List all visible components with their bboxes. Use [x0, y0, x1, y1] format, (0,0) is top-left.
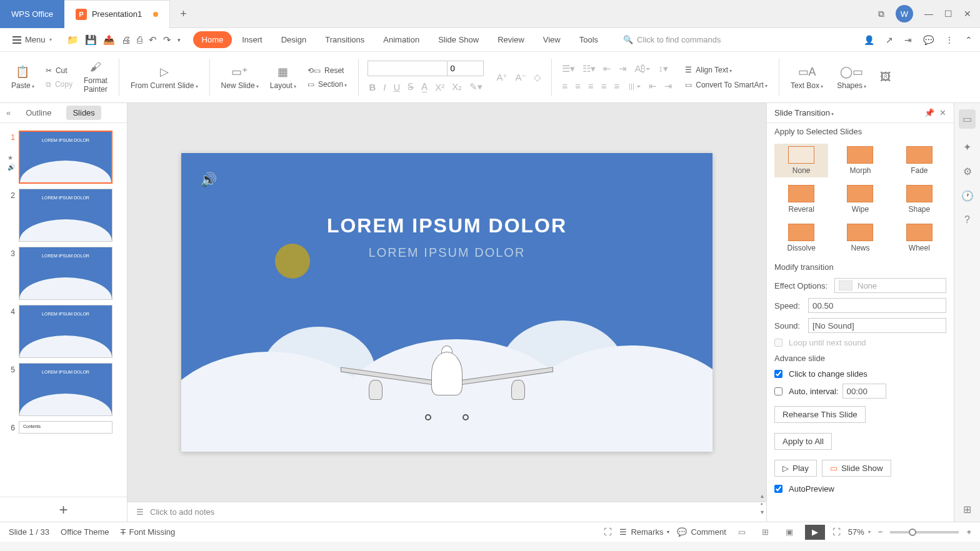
remarks-button[interactable]: ☰Remarks▾ — [619, 527, 669, 537]
decrease-indent-button[interactable]: ⇤ — [602, 62, 612, 76]
qat-dropdown-icon[interactable]: ▾ — [178, 37, 181, 43]
apply-all-button[interactable]: Apply to All — [774, 433, 832, 450]
pin-icon[interactable]: 📌 — [924, 108, 934, 117]
tab-transitions[interactable]: Transitions — [316, 31, 373, 48]
columns-button[interactable]: ⫼▾ — [626, 79, 642, 92]
normal-view-icon[interactable]: ▭ — [734, 526, 750, 539]
decrease-font-button[interactable]: A⁻ — [514, 71, 528, 84]
tab-review[interactable]: Review — [489, 31, 533, 48]
task-pane-title[interactable]: Slide Transition — [774, 108, 919, 117]
format-painter-button[interactable]: 🖌 Format Painter — [81, 59, 110, 95]
distribute-button[interactable]: ≡ — [612, 79, 621, 92]
document-tab[interactable]: P Presentation1 — [64, 0, 170, 28]
section-button[interactable]: ▭Section — [305, 79, 349, 90]
comment-button[interactable]: 💬Comment — [677, 527, 726, 537]
wps-account-icon[interactable]: W — [896, 5, 913, 22]
justify-button[interactable]: ≡ — [600, 79, 608, 92]
shapes-button[interactable]: ◯▭ Shapes — [834, 64, 869, 91]
transition-wheel[interactable]: Wheel — [892, 221, 946, 255]
print-icon[interactable]: 🖨 — [121, 34, 131, 45]
more-icon[interactable]: ⋮ — [945, 35, 954, 45]
slide-thumbnail[interactable]: LOREM IPSUM DOLOR — [19, 247, 112, 300]
picture-button[interactable]: 🖼 — [878, 69, 894, 85]
highlight-button[interactable]: ✎▾ — [468, 80, 484, 94]
click-checkbox[interactable] — [774, 370, 782, 378]
align-center-button[interactable]: ≡ — [574, 79, 582, 92]
effect-options-select[interactable]: None — [834, 278, 946, 293]
properties-pane-icon[interactable]: ⚙ — [963, 166, 972, 177]
from-current-slide-button[interactable]: ▷ From Current Slide — [128, 64, 201, 91]
zoom-percent[interactable]: 57% — [848, 527, 871, 537]
command-search[interactable]: 🔍 Click to find commands — [623, 35, 721, 44]
save-icon[interactable]: 💾 — [85, 34, 97, 46]
print-preview-icon[interactable]: ⎙ — [137, 34, 142, 45]
slide-thumbnail[interactable]: LOREM IPSUM DOLOR — [19, 131, 112, 184]
slide-title[interactable]: LOREM IPSUM DOLOR — [181, 214, 712, 237]
notes-pane[interactable]: ☰ Click to add notes — [128, 502, 766, 522]
collapse-ribbon-icon[interactable]: ⌃ — [965, 35, 972, 45]
tab-view[interactable]: View — [534, 31, 569, 48]
menu-button[interactable]: Menu ▾ — [8, 32, 57, 47]
slide-counter[interactable]: Slide 1 / 33 — [9, 527, 49, 537]
auto-interval-input[interactable] — [842, 384, 886, 399]
transition-pane-icon[interactable]: ▭ — [959, 109, 976, 129]
export-icon[interactable]: 📤 — [103, 34, 115, 46]
tab-insert[interactable]: Insert — [233, 31, 271, 48]
auto-checkbox[interactable] — [774, 387, 782, 395]
undo-icon[interactable]: ↶ — [149, 34, 157, 46]
text-box-button[interactable]: ▭A Text Box — [788, 64, 826, 91]
open-icon[interactable]: 📁 — [67, 34, 79, 46]
bold-button[interactable]: B — [368, 81, 377, 94]
font-color-button[interactable]: A̲ — [420, 80, 429, 94]
transition-wipe[interactable]: Wipe — [833, 182, 887, 216]
outline-tab[interactable]: Outline — [19, 106, 58, 120]
pin-icon[interactable]: ⇥ — [904, 35, 912, 45]
slide-canvas[interactable]: 🔊 LOREM IPSUM DOLOR LOREM IPSUM DOLOR — [181, 153, 712, 452]
numbering-button[interactable]: ☷▾ — [581, 62, 597, 76]
subscript-button[interactable]: X₂ — [451, 80, 463, 94]
indent-right-button[interactable]: ⇥ — [663, 79, 674, 93]
transition-reveral[interactable]: Reveral — [774, 182, 828, 216]
tab-home[interactable]: Home — [193, 31, 232, 48]
animation-pane-icon[interactable]: ✦ — [963, 141, 971, 153]
text-direction-button[interactable]: A₿▾ — [633, 62, 652, 75]
maximize-icon[interactable]: ☐ — [944, 9, 952, 19]
transition-none[interactable]: None — [774, 144, 828, 177]
clear-format-button[interactable]: ◇ — [532, 71, 542, 84]
increase-indent-button[interactable]: ⇥ — [618, 62, 628, 76]
sorter-view-icon[interactable]: ⊞ — [758, 526, 774, 539]
grid-icon[interactable]: ⊞ — [963, 504, 971, 515]
autopreview-checkbox[interactable] — [774, 485, 782, 493]
transition-morph[interactable]: Morph — [833, 144, 887, 177]
tab-slide-show[interactable]: Slide Show — [429, 31, 488, 48]
slide-thumbnail[interactable]: LOREM IPSUM DOLOR — [19, 363, 112, 416]
tab-tools[interactable]: Tools — [571, 31, 607, 48]
transition-news[interactable]: News — [833, 221, 887, 255]
line-spacing-button[interactable]: ↕▾ — [657, 62, 669, 76]
align-text-button[interactable]: ☰Align Text — [682, 64, 770, 76]
superscript-button[interactable]: X² — [434, 81, 446, 94]
font-name-input[interactable] — [368, 61, 448, 76]
comment-icon[interactable]: 💬 — [923, 35, 934, 45]
cut-button[interactable]: ✂Cut — [43, 65, 75, 76]
close-pane-icon[interactable]: ✕ — [939, 108, 946, 117]
thumbnails-list[interactable]: 1 ★🔊 LOREM IPSUM DOLOR 2 LOREM IPSUM DOL… — [0, 123, 127, 497]
loop-checkbox[interactable] — [774, 339, 782, 347]
redo-icon[interactable]: ↷ — [163, 34, 171, 46]
audio-icon[interactable]: 🔊 — [200, 172, 217, 188]
strikethrough-button[interactable]: S̶ — [406, 80, 415, 94]
close-icon[interactable]: ✕ — [964, 9, 971, 19]
align-left-button[interactable]: ≡ — [561, 79, 569, 92]
layout-button[interactable]: ▦ Layout — [268, 64, 299, 91]
font-size-input[interactable] — [448, 61, 484, 76]
tab-design[interactable]: Design — [272, 31, 315, 48]
slides-tab[interactable]: Slides — [66, 106, 101, 120]
speed-input[interactable] — [808, 298, 946, 313]
add-slide-button[interactable]: + — [0, 497, 127, 522]
align-right-button[interactable]: ≡ — [587, 79, 595, 92]
italic-button[interactable]: I — [382, 81, 387, 94]
collapse-panel-icon[interactable]: « — [6, 108, 11, 117]
convert-smartart-button[interactable]: ▭Convert To SmartArt — [682, 79, 770, 91]
user-icon[interactable]: 👤 — [864, 35, 874, 45]
rehearse-button[interactable]: Rehearse This Slide — [774, 406, 866, 423]
